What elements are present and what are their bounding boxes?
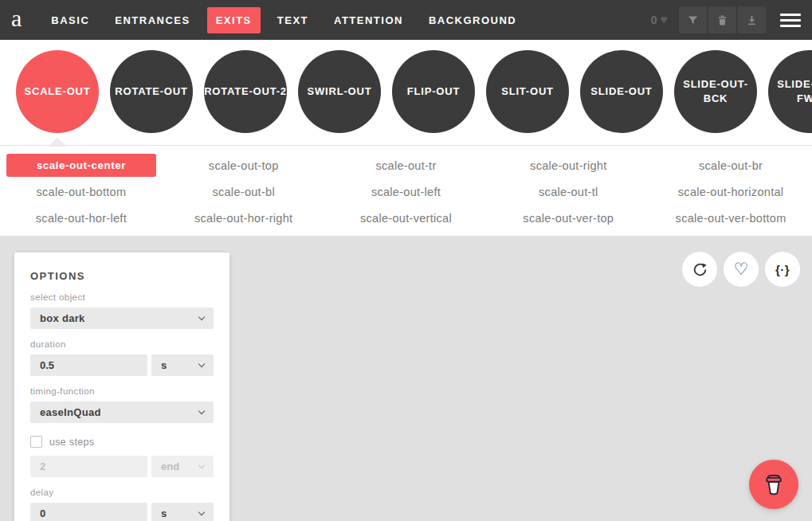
category-scale-out[interactable]: SCALE-OUT <box>16 50 99 133</box>
category-flip-out[interactable]: FLIP-OUT <box>392 50 475 133</box>
nav-actions: 0 ♥ <box>651 6 801 33</box>
nav-background[interactable]: BACKGROUND <box>420 7 525 33</box>
variant-grid: scale-out-center scale-out-top scale-out… <box>0 146 812 236</box>
category-label: FWD <box>797 92 812 106</box>
variant-scale-out-right[interactable]: scale-out-right <box>530 159 606 172</box>
buy-coffee-button[interactable] <box>749 460 798 509</box>
category-strip: SCALE-OUT ROTATE-OUT ROTATE-OUT-2 SWIRL-… <box>0 40 812 146</box>
duration-unit-value: s <box>161 359 167 371</box>
replay-button[interactable] <box>682 252 717 287</box>
variant-scale-out-hor-left[interactable]: scale-out-hor-left <box>36 212 127 225</box>
category-rotate-out-2[interactable]: ROTATE-OUT-2 <box>204 50 287 133</box>
filter-icon <box>687 14 699 26</box>
variant-scale-out-ver-bottom[interactable]: scale-out-ver-bottom <box>676 212 787 225</box>
duration-unit-dropdown[interactable]: s <box>151 355 214 376</box>
use-steps-label: use steps <box>49 437 94 448</box>
category-label: ROTATE-OUT-2 <box>204 84 287 99</box>
select-object-value: box dark <box>40 312 85 324</box>
category-swirl-out[interactable]: SWIRL-OUT <box>298 50 381 133</box>
category-slide-out-bck[interactable]: SLIDE-OUT-BCK <box>674 50 757 133</box>
category-slide-out[interactable]: SLIDE-OUT <box>580 50 663 133</box>
category-label: SWIRL-OUT <box>308 84 372 99</box>
use-steps-checkbox[interactable] <box>30 436 42 448</box>
favorite-button[interactable]: ♡ <box>724 252 759 287</box>
category-label: SLIDE-OUT- <box>683 77 748 92</box>
menu-bar <box>780 14 801 16</box>
logo[interactable]: a <box>11 6 22 30</box>
heart-icon: ♥ <box>661 13 669 27</box>
category-label: SLIDE-OUT- <box>777 77 812 92</box>
nav-text[interactable]: TEXT <box>269 7 317 33</box>
options-title: OPTIONS <box>30 270 214 282</box>
favorites-count-value: 0 <box>651 14 657 26</box>
category-slit-out[interactable]: SLIT-OUT <box>486 50 569 133</box>
chevron-down-icon <box>198 509 205 515</box>
chevron-down-icon <box>198 408 205 414</box>
select-object-dropdown[interactable]: box dark <box>30 308 214 329</box>
menu-button[interactable] <box>780 14 801 27</box>
delete-button[interactable] <box>708 6 736 33</box>
select-object-label: select object <box>30 292 214 302</box>
variant-scale-out-top[interactable]: scale-out-top <box>209 159 279 172</box>
selected-category-pointer <box>48 138 67 147</box>
timing-function-value: easeInQuad <box>40 406 101 418</box>
variant-scale-out-horizontal[interactable]: scale-out-horizontal <box>678 186 784 198</box>
category-label: BCK <box>704 92 728 106</box>
chevron-down-icon <box>198 462 205 468</box>
variant-scale-out-bl[interactable]: scale-out-bl <box>212 186 275 198</box>
category-label: SCALE-OUT <box>24 84 90 99</box>
category-label: ROTATE-OUT <box>115 84 187 99</box>
variant-scale-out-ver-top[interactable]: scale-out-ver-top <box>523 212 614 225</box>
steps-position-value: end <box>161 460 179 472</box>
options-panel: OPTIONS select object box dark duration … <box>14 253 229 521</box>
download-icon <box>746 14 758 26</box>
chevron-down-icon <box>198 361 205 367</box>
duration-label: duration <box>30 339 214 349</box>
delay-unit-value: s <box>161 507 167 519</box>
delay-label: delay <box>30 488 214 497</box>
coffee-cup-icon <box>760 471 787 498</box>
preview-area: OPTIONS select object box dark duration … <box>0 236 812 521</box>
refresh-icon <box>692 261 708 278</box>
timing-function-dropdown[interactable]: easeInQuad <box>30 402 214 423</box>
steps-count-input[interactable] <box>30 456 147 477</box>
nav-basic[interactable]: BASIC <box>42 7 98 33</box>
trash-icon <box>716 14 728 26</box>
category-label: SLIDE-OUT <box>590 84 652 99</box>
menu-bar <box>780 25 801 27</box>
timing-function-label: timing-function <box>30 386 214 396</box>
preview-actions: ♡ {·} <box>682 252 800 287</box>
favorites-counter: 0 ♥ <box>651 13 668 27</box>
code-icon: {·} <box>775 263 790 276</box>
top-nav: a BASIC ENTRANCES EXITS TEXT ATTENTION B… <box>0 0 812 40</box>
main-nav: BASIC ENTRANCES EXITS TEXT ATTENTION BAC… <box>42 7 525 33</box>
delay-input[interactable] <box>30 503 147 521</box>
category-label: SLIT-OUT <box>501 84 554 99</box>
variant-scale-out-bottom[interactable]: scale-out-bottom <box>37 186 127 198</box>
filter-button[interactable] <box>679 6 707 33</box>
duration-input[interactable] <box>30 355 147 376</box>
variant-scale-out-br[interactable]: scale-out-br <box>699 159 763 172</box>
chevron-down-icon <box>198 314 205 320</box>
delay-unit-dropdown[interactable]: s <box>151 503 214 521</box>
category-rotate-out[interactable]: ROTATE-OUT <box>110 50 193 133</box>
variant-scale-out-hor-right[interactable]: scale-out-hor-right <box>194 212 292 225</box>
generate-code-button[interactable]: {·} <box>765 252 800 287</box>
category-label: FLIP-OUT <box>407 84 460 99</box>
heart-outline-icon: ♡ <box>734 260 749 277</box>
nav-exits[interactable]: EXITS <box>207 7 261 33</box>
steps-position-dropdown[interactable]: end <box>151 456 214 477</box>
variant-scale-out-left[interactable]: scale-out-left <box>371 186 441 198</box>
nav-entrances[interactable]: ENTRANCES <box>106 7 198 33</box>
download-button[interactable] <box>738 6 766 33</box>
nav-attention[interactable]: ATTENTION <box>325 7 412 33</box>
variant-scale-out-tl[interactable]: scale-out-tl <box>539 186 598 198</box>
variant-scale-out-center[interactable]: scale-out-center <box>6 154 156 177</box>
category-slide-out-fwd[interactable]: SLIDE-OUT-FWD <box>768 50 812 133</box>
menu-bar <box>780 19 801 22</box>
variant-scale-out-tr[interactable]: scale-out-tr <box>375 159 436 172</box>
variant-scale-out-vertical[interactable]: scale-out-vertical <box>360 212 452 225</box>
